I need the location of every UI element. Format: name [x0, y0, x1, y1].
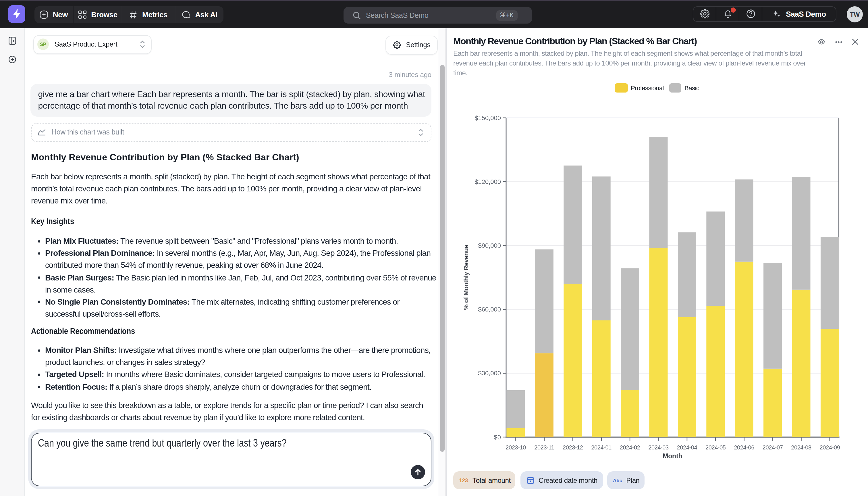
svg-text:% of Monthly Revenue: % of Monthly Revenue — [463, 245, 470, 310]
svg-text:2023-12: 2023-12 — [563, 444, 583, 451]
svg-text:2024-05: 2024-05 — [705, 444, 726, 451]
svg-text:2024-02: 2024-02 — [620, 444, 640, 451]
svg-text:$150,000: $150,000 — [475, 114, 501, 122]
svg-text:2024-03: 2024-03 — [648, 444, 669, 451]
svg-text:2024-09: 2024-09 — [820, 444, 840, 451]
svg-text:2024-01: 2024-01 — [591, 444, 611, 451]
svg-text:$90,000: $90,000 — [478, 242, 501, 249]
svg-text:$60,000: $60,000 — [478, 306, 501, 313]
svg-text:$0: $0 — [494, 434, 501, 441]
svg-text:Month: Month — [663, 452, 682, 460]
svg-text:2023-11: 2023-11 — [534, 444, 554, 451]
svg-text:$30,000: $30,000 — [478, 370, 501, 377]
svg-text:2024-04: 2024-04 — [677, 444, 697, 451]
svg-text:$120,000: $120,000 — [475, 178, 501, 185]
svg-text:2024-07: 2024-07 — [762, 444, 783, 451]
svg-text:2023-10: 2023-10 — [505, 444, 526, 451]
svg-text:2024-08: 2024-08 — [791, 444, 811, 451]
svg-text:2024-06: 2024-06 — [734, 444, 754, 451]
